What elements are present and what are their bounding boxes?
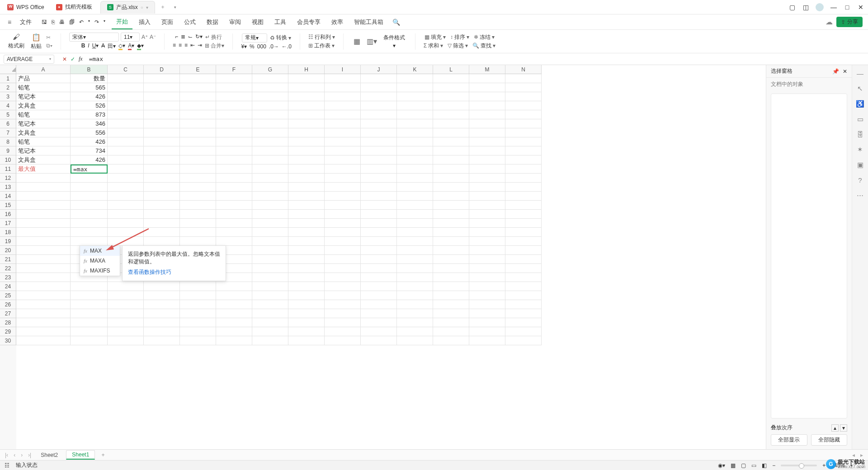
sum-button[interactable]: Σ 求和▾ bbox=[424, 42, 443, 50]
pin-icon[interactable]: 📌 bbox=[832, 68, 839, 75]
row-header[interactable]: 8 bbox=[0, 137, 16, 146]
cell[interactable] bbox=[216, 83, 252, 92]
cell[interactable] bbox=[288, 137, 325, 146]
cell[interactable] bbox=[325, 264, 361, 273]
cell[interactable] bbox=[505, 246, 542, 255]
slide-tool-icon[interactable]: ▭ bbox=[857, 115, 863, 123]
cell[interactable] bbox=[505, 210, 542, 219]
cell[interactable] bbox=[108, 237, 144, 246]
cell[interactable] bbox=[108, 192, 144, 201]
row-header[interactable]: 29 bbox=[0, 327, 16, 336]
cell[interactable] bbox=[108, 201, 144, 210]
cell-style-button[interactable]: ▥▾ bbox=[365, 37, 379, 46]
cell[interactable] bbox=[252, 336, 288, 345]
cell[interactable] bbox=[144, 192, 180, 201]
cell[interactable] bbox=[216, 318, 252, 327]
cell[interactable] bbox=[325, 128, 361, 137]
cell[interactable]: 文具盒 bbox=[16, 128, 71, 137]
row-header[interactable]: 22 bbox=[0, 264, 16, 273]
cell[interactable] bbox=[108, 92, 144, 101]
cell[interactable] bbox=[469, 318, 505, 327]
cell[interactable] bbox=[361, 336, 397, 345]
confirm-edit-icon[interactable]: ✓ bbox=[71, 56, 75, 62]
cell[interactable] bbox=[71, 300, 108, 309]
cell[interactable] bbox=[252, 164, 288, 174]
col-header[interactable]: K bbox=[397, 65, 433, 74]
cell[interactable] bbox=[433, 291, 469, 300]
print-icon[interactable]: 🖶 bbox=[59, 19, 65, 25]
cell[interactable] bbox=[252, 210, 288, 219]
cell[interactable] bbox=[252, 219, 288, 228]
highlight-icon[interactable]: ◆▾ bbox=[137, 42, 144, 50]
cell[interactable] bbox=[433, 74, 469, 83]
help-icon[interactable]: ? bbox=[858, 176, 862, 184]
cell[interactable] bbox=[397, 83, 433, 92]
menu-smart[interactable]: 智能工具箱 bbox=[349, 14, 388, 29]
cell[interactable] bbox=[325, 192, 361, 201]
cell[interactable] bbox=[288, 237, 325, 246]
align-left-icon[interactable]: ≡ bbox=[173, 42, 176, 50]
cell[interactable] bbox=[433, 192, 469, 201]
tab-list-dropdown[interactable]: ▾ bbox=[170, 2, 180, 12]
cell[interactable] bbox=[108, 318, 144, 327]
tab-workbook[interactable]: S 产品.xlsx ○ ▾ bbox=[100, 1, 155, 14]
cell[interactable]: 铅笔 bbox=[16, 110, 71, 119]
cell[interactable] bbox=[433, 164, 469, 174]
cell[interactable] bbox=[325, 183, 361, 192]
strike-icon[interactable]: A̶ bbox=[101, 42, 105, 50]
cell[interactable] bbox=[361, 164, 397, 174]
cell[interactable] bbox=[433, 119, 469, 128]
cell[interactable] bbox=[397, 201, 433, 210]
cell[interactable] bbox=[397, 174, 433, 183]
cell[interactable] bbox=[71, 327, 108, 336]
cell[interactable] bbox=[361, 282, 397, 291]
cell[interactable] bbox=[397, 74, 433, 83]
cell[interactable] bbox=[325, 246, 361, 255]
cell[interactable] bbox=[16, 300, 71, 309]
cell[interactable] bbox=[216, 183, 252, 192]
currency-icon[interactable]: ¥▾ bbox=[241, 43, 247, 50]
cell[interactable] bbox=[16, 183, 71, 192]
cell[interactable] bbox=[180, 128, 216, 137]
cell[interactable] bbox=[433, 210, 469, 219]
page-view-icon[interactable]: ▭ bbox=[751, 462, 756, 469]
orientation-icon[interactable]: ↻▾ bbox=[195, 33, 203, 41]
cell[interactable] bbox=[288, 264, 325, 273]
cell[interactable] bbox=[16, 219, 71, 228]
thousands-icon[interactable]: 000 bbox=[257, 43, 266, 50]
rowcol-button[interactable]: ☷ 行和列▾ bbox=[308, 33, 335, 41]
cell[interactable]: 426 bbox=[71, 92, 108, 101]
cell[interactable] bbox=[361, 219, 397, 228]
cell[interactable] bbox=[361, 228, 397, 237]
cell[interactable] bbox=[16, 246, 71, 255]
col-header[interactable]: M bbox=[469, 65, 505, 74]
cell[interactable] bbox=[469, 210, 505, 219]
cell[interactable] bbox=[16, 327, 71, 336]
cell[interactable] bbox=[216, 336, 252, 345]
cell[interactable] bbox=[144, 210, 180, 219]
cell[interactable] bbox=[397, 119, 433, 128]
cell[interactable] bbox=[216, 201, 252, 210]
cell[interactable] bbox=[325, 119, 361, 128]
cell[interactable] bbox=[252, 74, 288, 83]
cond-format-button[interactable]: 条件格式▾ bbox=[382, 34, 407, 49]
cell[interactable] bbox=[71, 282, 108, 291]
row-header[interactable]: 27 bbox=[0, 309, 16, 318]
cell[interactable] bbox=[505, 309, 542, 318]
cell[interactable] bbox=[288, 101, 325, 110]
cell[interactable] bbox=[397, 273, 433, 282]
cell[interactable] bbox=[288, 291, 325, 300]
cell[interactable]: 铅笔 bbox=[16, 83, 71, 92]
cell[interactable] bbox=[361, 201, 397, 210]
select-tool-icon[interactable]: ↖ bbox=[857, 85, 863, 93]
cell[interactable] bbox=[252, 119, 288, 128]
row-header[interactable]: 23 bbox=[0, 273, 16, 282]
cell[interactable] bbox=[505, 273, 542, 282]
col-header[interactable]: D bbox=[144, 65, 180, 74]
cell[interactable] bbox=[397, 210, 433, 219]
cell[interactable]: 笔记本 bbox=[16, 119, 71, 128]
menu-efficiency[interactable]: 效率 bbox=[327, 14, 348, 29]
cell[interactable] bbox=[325, 327, 361, 336]
decrease-font-icon[interactable]: A⁻ bbox=[150, 33, 156, 42]
sheet-tab[interactable]: Sheet2 bbox=[35, 451, 63, 459]
